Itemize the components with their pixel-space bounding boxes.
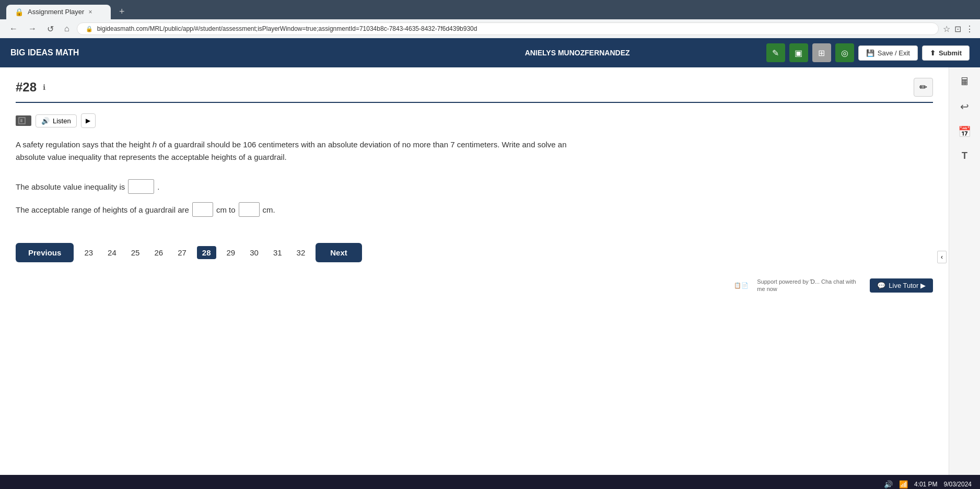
taskbar-date: 9/03/2024 [944,481,972,488]
question-header: #28 ℹ ✏ [16,78,933,103]
sidebar-undo-icon[interactable]: ↩ [957,97,972,116]
right-sidebar: 🖩 ↩ 📅 T ‹ [949,67,980,475]
tab-close-button[interactable]: × [88,8,92,16]
edit-icon-button[interactable]: ✎ [766,43,785,62]
taskbar-network-icon: 🔊 [884,480,893,488]
sidebar-text-icon[interactable]: T [959,147,971,165]
scratch-pad-icon: ✏ [919,82,927,92]
app-container: BIG IDEAS MATH ANIELYS MUNOZFERNANDEZ ✎ … [0,38,980,475]
app-header: BIG IDEAS MATH ANIELYS MUNOZFERNANDEZ ✎ … [0,38,980,67]
info-icon[interactable]: ℹ [43,83,45,91]
listen-label: Listen [53,117,71,125]
address-bar[interactable]: 🔒 bigideasmath.com/MRL/public/app/#/stud… [77,22,939,35]
new-tab-button[interactable]: + [115,4,129,19]
live-tutor-button[interactable]: 💬 Live Tutor ▶ [870,278,933,293]
range-min-input[interactable] [192,202,213,217]
taskbar-volume-icon: 📶 [899,480,908,488]
sidebar-calendar-icon[interactable]: 📅 [955,122,974,141]
taskbar: 🔊 📶 4:01 PM 9/03/2024 [0,475,980,489]
play-button[interactable]: ▶ [81,113,96,128]
page-31[interactable]: 31 [269,246,286,259]
page-23[interactable]: 23 [80,246,97,259]
target-icon-button[interactable]: ◎ [835,43,854,62]
browser-chrome: 🔒 Assignment Player × + [0,0,980,19]
main-content: #28 ℹ ✏ 🔊 Listen [0,67,949,475]
answer-line1-after: . [157,182,159,191]
support-icons: 📋📄 [734,282,749,289]
support-text: Support powered by Ɗ... Cha chat with me… [757,278,861,293]
page-26[interactable]: 26 [150,246,167,259]
page-28-current[interactable]: 28 [197,246,216,259]
tab-title: Assignment Player [28,8,84,16]
grid-icon-button[interactable]: ⊞ [812,43,831,62]
tab-bar: 🔒 Assignment Player × + [6,4,974,19]
page-29[interactable]: 29 [223,246,240,259]
speaker-icon: 🔊 [41,117,50,125]
refresh-button[interactable]: ↺ [44,23,57,35]
submit-icon: ⬆ [930,49,936,57]
save-exit-button[interactable]: 💾 Save / Exit [858,45,918,61]
save-exit-icon: 💾 [866,49,874,57]
question-number: #28 [16,80,37,95]
save-exit-label: Save / Exit [878,49,910,57]
live-tutor-icon: 💬 [877,282,885,289]
listen-icon [16,115,31,126]
scratch-pad-button[interactable]: ✏ [914,78,933,97]
problem-text: A safety regulation says that the height… [16,138,590,164]
answer-line-1: The absolute value inequality is . [16,179,933,194]
home-button[interactable]: ⌂ [61,23,73,34]
answer-line2-before: The acceptable range of heights of a gua… [16,205,189,214]
support-bar: 📋📄 Support powered by Ɗ... Cha chat with… [16,273,933,298]
page-25[interactable]: 25 [127,246,144,259]
page-32[interactable]: 32 [293,246,310,259]
page-27[interactable]: 27 [173,246,191,259]
nav-area: Previous 23 24 25 26 27 28 29 30 31 32 N… [16,232,933,273]
collapse-sidebar-button[interactable]: ‹ [937,251,947,263]
back-button[interactable]: ← [6,23,21,34]
header-actions: ✎ ▣ ⊞ ◎ 💾 Save / Exit ⬆ Submit [766,43,970,62]
answer-line1-before: The absolute value inequality is [16,182,125,191]
page-30[interactable]: 30 [246,246,263,259]
tab-lock-icon: 🔒 [15,8,24,16]
submit-label: Submit [939,49,962,57]
answer-line2-after: cm. [263,205,275,214]
range-max-input[interactable] [239,202,260,217]
inequality-input[interactable] [128,179,154,194]
extension-button[interactable]: ⊡ [954,24,961,34]
answer-line2-middle: cm to [216,205,236,214]
content-area: #28 ℹ ✏ 🔊 Listen [0,67,980,475]
sidebar-calculator-icon[interactable]: 🖩 [956,73,973,91]
forward-button[interactable]: → [25,23,40,34]
previous-button[interactable]: Previous [16,243,74,262]
user-name: ANIELYS MUNOZFERNANDEZ [388,49,766,57]
listen-button[interactable]: 🔊 Listen [36,114,77,127]
page-24[interactable]: 24 [103,246,121,259]
more-button[interactable]: ⋮ [965,24,974,34]
bookmark-button[interactable]: ☆ [943,24,950,34]
svg-rect-2 [20,119,22,122]
active-tab[interactable]: 🔒 Assignment Player × [6,5,111,19]
url-text: bigideasmath.com/MRL/public/app/#/studen… [97,25,477,32]
display-icon-button[interactable]: ▣ [789,43,808,62]
submit-button[interactable]: ⬆ Submit [922,45,970,61]
address-bar-row: ← → ↺ ⌂ 🔒 bigideasmath.com/MRL/public/ap… [0,19,980,38]
next-button[interactable]: Next [316,243,362,262]
taskbar-time: 4:01 PM [914,481,938,488]
answer-line-2: The acceptable range of heights of a gua… [16,202,933,217]
live-tutor-label: Live Tutor ▶ [889,282,926,289]
play-icon: ▶ [86,117,90,124]
app-logo: BIG IDEAS MATH [10,48,388,57]
answer-area: The absolute value inequality is . The a… [16,179,933,217]
listen-bar: 🔊 Listen ▶ [16,113,933,128]
